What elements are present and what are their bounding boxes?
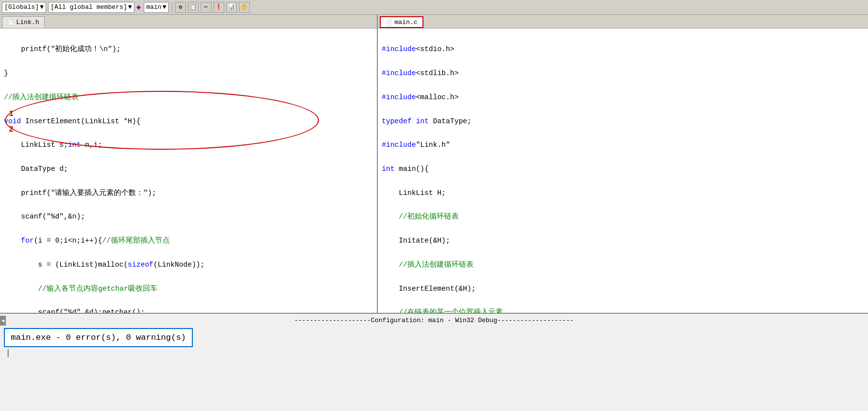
rc-typedef-sp [412,117,416,125]
code-line-1: printf("初始化成功！\n"); [4,45,121,53]
rc-include4-val: "Link.h" [416,141,450,149]
code-line-10b: (LinkNode)); [154,261,205,269]
output-header: --------------------Configuration: main … [4,316,864,326]
rc-comment-insert: //插入法创建循环链表 [382,261,473,269]
code-keyword-void: void [4,117,21,125]
bottom-panel: ◀ --------------------Configuration: mai… [0,313,868,411]
rc-main-sig: main(){ [395,165,429,173]
rc-typedef-val: DataType; [429,117,472,125]
toolbar-btn-chart[interactable]: 📊 [226,2,237,13]
file-icon-right: 📄 [386,19,393,26]
toolbar-btn-settings[interactable]: ⚙ [175,2,186,13]
main-label: main [146,3,161,11]
rc-int-main-kw: int [382,165,395,173]
code-line-9b: (i = 0;i<n;i++){ [34,237,102,245]
code-comment-2: //输入各节点内容getchar吸收回车 [4,285,158,293]
toolbar-btn-hand[interactable]: 🖐 [239,2,250,13]
globals-label: [Globals] [4,3,39,11]
rc-typedef-kw: typedef [382,117,412,125]
rc-include1-kw: #include [382,45,416,53]
right-tab-mainc[interactable]: 📄 main.c [380,16,423,28]
rc-include4-kw: #include [382,141,416,149]
toolbar: [Globals] ▼ [All global members] ▼ ◆ mai… [0,0,868,15]
right-code-area[interactable]: #include<stdio.h> #include<stdlib.h> #in… [378,28,868,313]
left-tab-linkh[interactable]: 📄 Link.h [2,16,45,28]
rc-include2-val: <stdlib.h> [416,69,459,77]
panel-marker: ◀ [0,316,6,326]
toolbar-btn-cut[interactable]: ✂ [201,2,211,13]
right-panel: 📄 main.c #include<stdio.h> #include<stdl… [378,15,868,313]
code-line-6: DataType d; [4,165,68,173]
code-keyword-sizeof: sizeof [128,261,153,269]
dropdown-arrow: ▼ [40,3,44,11]
right-tab-label: main.c [395,19,418,26]
toolbar-btn-warning[interactable]: ❗ [213,2,224,13]
code-line-8: scanf("%d",&n); [4,213,85,220]
rc-initate: Initate(&H); [382,237,450,245]
code-line-5b: n,i; [81,141,103,149]
rc-include1-val: <stdio.h> [416,45,454,53]
code-comment-1: //循环尾部插入节点 [102,237,169,245]
code-line-11: scanf("%d",&d);getchar(); [4,308,145,313]
code-line-3: //插入法创建循环链表 [4,93,79,101]
left-tab-label: Link.h [16,19,39,26]
dropdown-arrow2: ▼ [128,3,132,11]
code-line-7: printf("请输入要插入元素的个数："); [4,189,157,197]
output-result: main.exe - 0 error(s), 0 warning(s) [4,328,193,347]
code-line-10a: s = (LinkList)malloc( [4,261,128,269]
code-line-2: } [4,69,8,77]
rc-include3-kw: #include [382,93,416,101]
main-editor-area: 📄 Link.h printf("初始化成功！\n"); } //插入法创建循环… [0,15,868,313]
diamond-icon: ◆ [136,2,141,12]
dropdown-arrow3: ▼ [162,3,166,11]
code-line-9a [4,237,21,245]
left-code-area[interactable]: printf("初始化成功！\n"); } //插入法创建循环链表 void I… [0,28,377,313]
code-keyword-for: for [21,237,34,245]
rc-int-kw: int [416,117,429,125]
left-panel: 📄 Link.h printf("初始化成功！\n"); } //插入法创建循环… [0,15,378,313]
rc-include2-kw: #include [382,69,416,77]
right-tab-bar: 📄 main.c [378,15,868,28]
left-tab-bar: 📄 Link.h [0,15,377,28]
rc-insertelement: InsertElement(&H); [382,285,475,293]
main-dropdown[interactable]: main ▼ [144,2,169,13]
separator1 [172,2,172,12]
members-dropdown[interactable]: [All global members] ▼ [48,2,134,13]
rc-comment-init: //初始化循环链表 [382,213,459,220]
rc-comment-located: //在链表的某一个位置插入元素 [382,308,503,313]
file-icon-left: 📄 [7,19,14,26]
rc-linklist-h: LinkList H; [382,189,446,197]
code-keyword-int1: int [68,141,81,149]
rc-include3-val: <malloc.h> [416,93,459,101]
cursor-line [8,349,9,357]
globals-dropdown[interactable]: [Globals] ▼ [2,2,46,13]
toolbar-btn-copy[interactable]: 📋 [188,2,199,13]
code-line-5a: LinkList s; [4,141,68,149]
code-line-4b: InsertElement(LinkList *H){ [21,117,141,125]
members-label: [All global members] [51,3,127,11]
